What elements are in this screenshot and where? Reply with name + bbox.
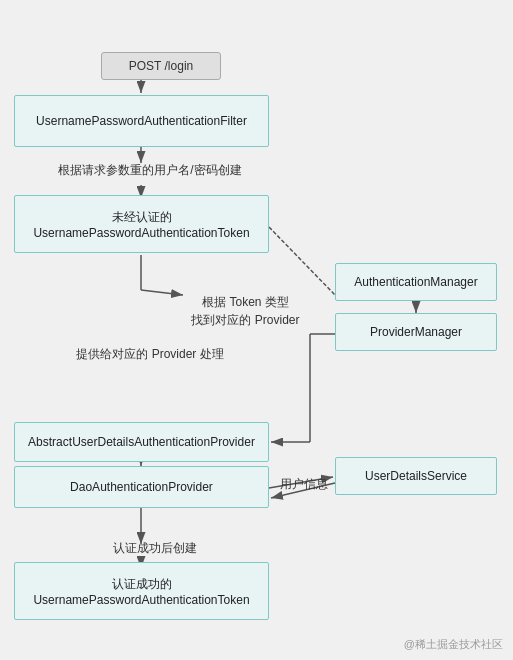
provide-label: 提供给对应的 Provider 处理 — [50, 346, 250, 366]
svg-line-16 — [141, 290, 183, 295]
post-login-label: POST /login — [101, 52, 221, 80]
svg-line-5 — [269, 227, 335, 295]
create-token-label: 根据请求参数重的用户名/密码创建 — [30, 162, 270, 184]
unauth-token-box: 未经认证的 UsernamePasswordAuthenticationToke… — [14, 195, 269, 253]
token-type-label: 根据 Token 类型 找到对应的 Provider — [178, 293, 313, 331]
user-details-service-box: UserDetailsService — [335, 457, 497, 495]
provider-manager-box: ProviderManager — [335, 313, 497, 351]
create-success-label: 认证成功后创建 — [80, 540, 230, 560]
diagram-container: POST /login UsernamePasswordAuthenticati… — [0, 0, 513, 660]
abstract-provider-box: AbstractUserDetailsAuthenticationProvide… — [14, 422, 269, 462]
filter-box: UsernamePasswordAuthenticationFilter — [14, 95, 269, 147]
auth-manager-box: AuthenticationManager — [335, 263, 497, 301]
watermark: @稀土掘金技术社区 — [404, 637, 503, 652]
user-info-label: 用户信息 — [272, 476, 336, 496]
dao-provider-box: DaoAuthenticationProvider — [14, 466, 269, 508]
auth-token-box: 认证成功的 UsernamePasswordAuthenticationToke… — [14, 562, 269, 620]
